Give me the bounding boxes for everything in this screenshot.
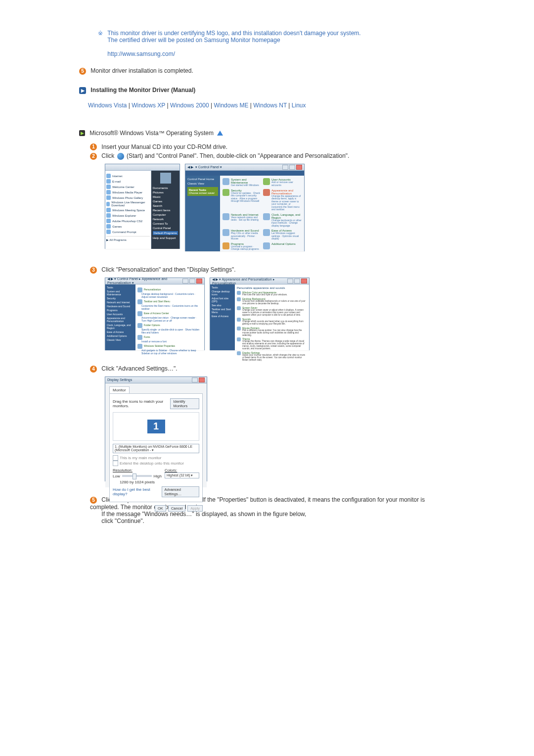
start-menu-item[interactable]: Windows Media Player [106, 190, 150, 194]
step1-text: Insert your Manual CD into your CD-ROM d… [101, 143, 227, 150]
start-menu-right-item[interactable]: Network [153, 218, 178, 221]
note-line2: The certified driver will be posted on S… [107, 37, 280, 44]
personalization-item[interactable]: Desktop BackgroundChoose from available … [237, 297, 307, 305]
link-me[interactable]: Windows ME [214, 102, 248, 109]
control-panel-category[interactable]: Clock, Language, and RegionChange keyboa… [263, 213, 302, 228]
apply-button: Apply [187, 505, 203, 512]
screenshot-personalization: ◀ ▶ ▾ Appearance and Personalization ▸ P… [210, 278, 310, 350]
step5-text-c: click "Continue". [101, 518, 144, 524]
appearance-side-item[interactable]: Programs [107, 309, 134, 312]
start-menu-right-item[interactable]: Games [153, 200, 178, 203]
appearance-category[interactable]: Windows Sidebar PropertiesAdd gadgets to… [137, 344, 202, 355]
all-programs[interactable]: ▶ All Programs [106, 236, 150, 241]
appearance-category[interactable]: Taskbar and Start MenuCustomize the Star… [137, 299, 202, 310]
control-panel-category[interactable]: System and MaintenanceGet started with W… [222, 178, 261, 187]
top-arrow-icon[interactable] [217, 131, 223, 136]
personalization-item[interactable]: SoundsChange which sounds are heard when… [237, 318, 307, 326]
bullet-5-icon: 5 [79, 68, 86, 75]
personalization-side-item[interactable]: Change desktop icons [212, 290, 233, 296]
appearance-side-item[interactable]: Security [107, 297, 134, 300]
appearance-side-item[interactable]: Additional Options [107, 334, 134, 337]
os-link-list: Windows Vista | Windows XP | Windows 200… [88, 102, 455, 109]
identify-monitors-button[interactable]: Identify Monitors [170, 398, 199, 409]
start-menu-item[interactable]: Windows Meeting Space [106, 208, 150, 212]
start-menu-item[interactable]: Windows Live Messenger Download [106, 201, 150, 207]
appearance-side-item[interactable]: User Accounts [107, 313, 134, 316]
start-menu-item[interactable]: Windows Explorer [106, 213, 150, 218]
start-menu-item[interactable]: E-mail [106, 179, 150, 184]
start-menu-right-item[interactable]: Computer [153, 213, 178, 216]
step2-text-b: (Start) and "Control Panel". Then, doubl… [127, 152, 349, 159]
appearance-side-item[interactable]: Hardware and Sound [107, 305, 134, 308]
control-panel-category[interactable]: SecurityCheck for updates · Check this c… [222, 189, 261, 211]
start-menu-right-item[interactable]: Pictures [153, 191, 178, 194]
ok-button[interactable]: OK [155, 505, 166, 512]
start-menu-item[interactable]: Adobe Photoshop CS2 [106, 219, 150, 223]
personalization-side-item[interactable]: Tasks [212, 286, 233, 289]
personalization-side-item[interactable]: Taskbar and Start Menu [212, 308, 233, 314]
start-menu-item[interactable]: Command Prompt [106, 230, 150, 234]
link-2000[interactable]: Windows 2000 [170, 102, 209, 109]
appearance-side-item[interactable]: Clock, Language, and Region [107, 324, 134, 330]
personalization-item[interactable]: Display SettingsAdjust your monitor reso… [237, 351, 307, 362]
start-menu-right-item[interactable]: Default Programs [153, 231, 178, 235]
bullet-5b-icon: 5 [90, 497, 97, 504]
start-menu-item[interactable]: Internet [106, 174, 150, 178]
colors-label: Colors: [165, 468, 177, 472]
cancel-button[interactable]: Cancel [168, 505, 185, 512]
control-panel-category[interactable]: Hardware and SoundPlay CDs or other medi… [222, 229, 261, 240]
personalization-item[interactable]: ThemeChange the theme. Themes can change… [237, 337, 307, 350]
personalization-side-item[interactable]: Ease of Access [212, 315, 233, 318]
appearance-category[interactable]: Folder OptionsSpecify single- or double-… [137, 323, 202, 334]
appearance-category[interactable]: FontsInstall or remove a font [137, 335, 202, 343]
personalization-item[interactable]: Screen SaverChange your screen saver or … [237, 306, 307, 317]
personalization-item[interactable]: Mouse PointersPick a different mouse poi… [237, 327, 307, 337]
best-display-link[interactable]: How do I get the best display? [113, 487, 162, 496]
start-menu-right-item[interactable]: Documents [153, 187, 178, 189]
resolution-slider[interactable] [122, 475, 152, 477]
link-xp[interactable]: Windows XP [132, 102, 165, 109]
start-menu-right-item[interactable]: Control Panel [153, 227, 178, 230]
start-menu-item[interactable]: Welcome Center [106, 185, 150, 189]
appearance-side-item[interactable]: Classic View [107, 338, 134, 341]
start-menu-right-item[interactable]: Help and Support [153, 236, 178, 239]
start-menu-right-item[interactable]: Connect To [153, 222, 178, 225]
appearance-side-item[interactable]: Network and Internet [107, 301, 134, 304]
bullet-2-icon: 2 [90, 153, 97, 160]
start-menu-item[interactable]: Windows Photo Gallery [106, 195, 150, 200]
personalization-item[interactable]: Window Color and AppearanceFine tune the… [237, 291, 307, 296]
vista-title: Microsoft® Windows Vista™ Operating Syst… [89, 130, 214, 137]
start-menu-right-item[interactable]: Search [153, 204, 178, 207]
appearance-side-item[interactable]: Ease of Access [107, 331, 134, 333]
link-vista[interactable]: Windows Vista [88, 102, 127, 109]
start-menu-right-item[interactable]: Music [153, 195, 178, 198]
appearance-side-item[interactable]: System and Maintenance [107, 290, 134, 296]
appearance-side-item[interactable]: Tasks [107, 286, 134, 289]
note-marker-icon: ※ [98, 30, 106, 37]
advanced-settings-button[interactable]: Advanced Settings… [162, 486, 199, 497]
display-device-select[interactable]: 1. (Multiple Monitors) on NVIDIA GeForce… [113, 444, 199, 453]
link-linux[interactable]: Linux [292, 102, 306, 109]
monitor-1-icon[interactable]: 1 [147, 420, 165, 433]
display-tab-monitor[interactable]: Monitor [109, 386, 130, 393]
appearance-category[interactable]: Ease of Access CenterAccommodate low vis… [137, 311, 202, 322]
step5-completed: 5 Monitor driver installation is complet… [79, 67, 455, 75]
start-menu-item[interactable]: Games [106, 224, 150, 229]
screenshot-start-menu: InternetE-mailWelcome CenterWindows Medi… [105, 164, 180, 249]
control-panel-category[interactable]: Ease of AccessLet Windows suggest settin… [263, 229, 302, 240]
link-nt[interactable]: Windows NT [253, 102, 287, 109]
step3-text: Click "Personalization" and then "Displa… [101, 266, 235, 273]
control-panel-category[interactable]: User AccountsAdd or remove user accounts [263, 178, 302, 187]
appearance-side-item[interactable]: Appearance and Personalization [107, 317, 134, 323]
control-panel-category[interactable]: Network and InternetView network status … [222, 213, 261, 228]
control-panel-category[interactable]: Additional Options [263, 242, 302, 251]
appearance-category[interactable]: PersonalizationChange desktop background… [137, 287, 202, 298]
start-menu-right-item[interactable]: Recent Items [153, 209, 178, 212]
personalization-side-item[interactable]: Adjust font size (DPI) [212, 297, 233, 303]
personalization-side-item[interactable]: See also [212, 304, 233, 307]
colors-select[interactable]: Highest (32 bit) ▾ [165, 472, 199, 478]
samsung-link[interactable]: http://www.samsung.com/ [107, 50, 175, 57]
control-panel-category[interactable]: Appearance and PersonalizationChange the… [263, 189, 302, 211]
screenshot-control-panel: ◀ ▶ ▾ Control Panel ▾ Control Panel Home… [185, 164, 305, 251]
control-panel-category[interactable]: ProgramsUninstall a program · Change sta… [222, 242, 261, 251]
